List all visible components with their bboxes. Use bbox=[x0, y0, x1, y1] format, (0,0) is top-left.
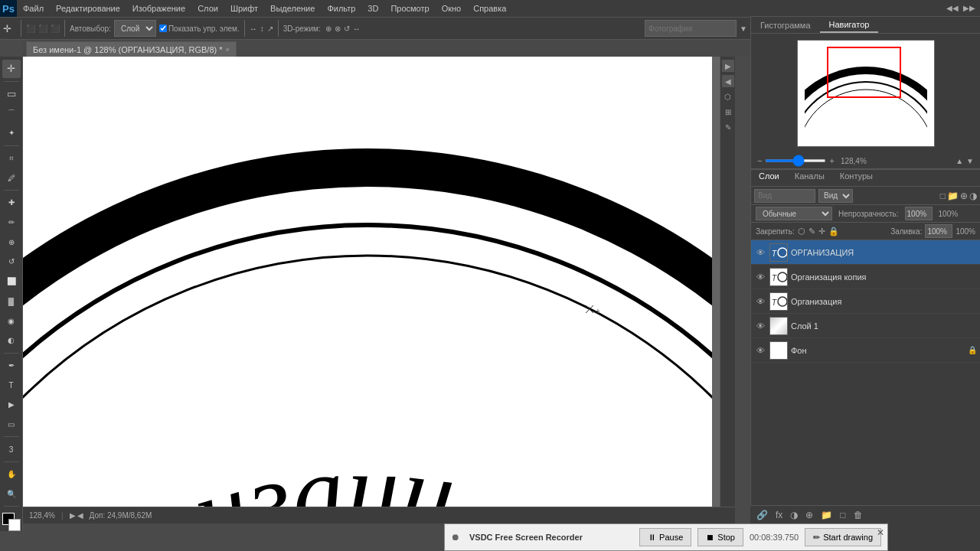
menu-view[interactable]: Просмотр bbox=[384, 2, 435, 15]
tool-brush[interactable]: ✏ bbox=[2, 214, 21, 232]
3d-mode-icon4[interactable]: ↔ bbox=[353, 24, 361, 33]
3d-mode-icon3[interactable]: ↺ bbox=[344, 24, 350, 33]
tool-history-brush[interactable]: ↺ bbox=[2, 253, 21, 271]
zoom-out-button[interactable]: − bbox=[757, 156, 762, 165]
layers-new-icon[interactable]: □ bbox=[940, 191, 946, 201]
transform-icon1[interactable]: ↔ bbox=[250, 24, 257, 33]
align-right-icon[interactable]: ⬛ bbox=[51, 24, 60, 33]
layer-row-organizaciya[interactable]: 👁 T ОРГАНИЗАЦИЯ bbox=[751, 240, 980, 265]
right-panel-collapse-right[interactable]: ▶▶ bbox=[962, 2, 977, 14]
canvas-action-btn1[interactable]: ◀ bbox=[722, 75, 734, 87]
tool-heal[interactable]: ✚ bbox=[2, 194, 21, 212]
tool-pen[interactable]: ✒ bbox=[2, 357, 21, 375]
menu-help[interactable]: Справка bbox=[467, 2, 512, 15]
menu-select[interactable]: Выделение bbox=[264, 2, 321, 15]
search-input[interactable] bbox=[645, 20, 737, 37]
opacity-input[interactable] bbox=[905, 207, 933, 220]
tool-path-select[interactable]: ▶ bbox=[2, 396, 21, 414]
link-layers-btn[interactable]: 🔗 bbox=[753, 508, 771, 522]
blend-mode-select[interactable]: Обычные bbox=[756, 207, 832, 220]
align-left-icon[interactable]: ⬛ bbox=[26, 24, 35, 33]
tab-close-button[interactable]: × bbox=[226, 46, 230, 54]
show-transform-checkbox[interactable] bbox=[159, 24, 167, 32]
zoom-in-button[interactable]: + bbox=[829, 156, 834, 165]
menu-layers[interactable]: Слои bbox=[191, 2, 224, 15]
delete-layer-btn[interactable]: 🗑 bbox=[851, 508, 866, 522]
layer-eye-2[interactable]: 👁 bbox=[754, 295, 766, 308]
lock-all-icon[interactable]: 🔒 bbox=[828, 227, 839, 236]
layers-folder-icon[interactable]: 📁 bbox=[947, 191, 959, 201]
lock-position-icon[interactable]: ✛ bbox=[818, 227, 825, 236]
recorder-close-button[interactable]: ✕ bbox=[877, 527, 884, 538]
play-button[interactable]: ▶ bbox=[70, 511, 76, 520]
tool-eyedropper[interactable]: 🖉 bbox=[2, 168, 21, 187]
prev-frame-button[interactable]: ◀ bbox=[77, 511, 83, 520]
menu-image[interactable]: Изображение bbox=[126, 2, 191, 15]
paths-tab[interactable]: Контуры bbox=[832, 170, 880, 186]
layer-eye-1[interactable]: 👁 bbox=[754, 271, 766, 283]
tool-crop[interactable]: ⌗ bbox=[2, 149, 21, 168]
tool-3d[interactable]: 3 bbox=[2, 440, 21, 458]
canvas-action-btn4[interactable]: ✎ bbox=[722, 121, 734, 133]
tool-clone[interactable]: ⊕ bbox=[2, 233, 21, 251]
tool-move[interactable]: ✛ bbox=[2, 60, 21, 78]
folder-btn[interactable]: 📁 bbox=[818, 508, 835, 522]
canvas-collapse-btn[interactable]: ▶ bbox=[722, 60, 734, 72]
tool-dodge[interactable]: ◐ bbox=[2, 331, 21, 350]
layers-search-input[interactable] bbox=[754, 189, 815, 203]
canvas-action-btn2[interactable]: ⬡ bbox=[722, 90, 734, 103]
menu-window[interactable]: Окно bbox=[436, 2, 468, 15]
layers-filter-select[interactable]: Вид bbox=[818, 189, 853, 203]
pause-button[interactable]: ⏸ Pause bbox=[639, 528, 691, 546]
align-center-icon[interactable]: ⬛ bbox=[38, 24, 47, 33]
navigator-tab[interactable]: Навигатор bbox=[820, 17, 879, 33]
tool-eraser[interactable]: ⬜ bbox=[2, 272, 21, 291]
zoom-fit-icon[interactable]: ▲ bbox=[956, 157, 963, 165]
start-drawing-button[interactable]: ✏ Start drawing bbox=[805, 528, 881, 546]
lock-paint-icon[interactable]: ✎ bbox=[808, 227, 815, 236]
3d-mode-icon2[interactable]: ⊗ bbox=[335, 24, 341, 33]
lock-transparent-icon[interactable]: ⬡ bbox=[798, 227, 805, 236]
stop-button[interactable]: ⏹ Stop bbox=[697, 528, 743, 546]
menu-filter[interactable]: Фильтр bbox=[321, 2, 361, 15]
tool-shape[interactable]: ▭ bbox=[2, 416, 21, 434]
tool-blur[interactable]: ◉ bbox=[2, 311, 21, 330]
layers-mask-icon[interactable]: ◑ bbox=[969, 191, 977, 201]
transform-icon2[interactable]: ↕ bbox=[260, 24, 264, 33]
search-arrow-icon[interactable]: ▼ bbox=[740, 24, 747, 33]
canvas-action-btn3[interactable]: ⊞ bbox=[722, 106, 734, 118]
tool-lasso[interactable]: ⌒ bbox=[2, 104, 21, 122]
new-layer-btn[interactable]: □ bbox=[837, 508, 848, 522]
transform-icon3[interactable]: ↗ bbox=[267, 24, 273, 33]
document-tab[interactable]: Без имени-1 @ 128% (ОРГАНИЗАЦИЯ, RGB/8) … bbox=[26, 41, 237, 57]
zoom-expand-icon[interactable]: ▼ bbox=[966, 157, 974, 165]
layers-tab[interactable]: Слои bbox=[751, 170, 787, 186]
menu-edit[interactable]: Редактирование bbox=[50, 2, 126, 15]
histogram-tab[interactable]: Гистограмма bbox=[751, 17, 820, 33]
layer-row-organizaciya-copy[interactable]: 👁 T Организация копия bbox=[751, 265, 980, 289]
menu-font[interactable]: Шрифт bbox=[224, 2, 264, 15]
tool-zoom[interactable]: 🔍 bbox=[2, 485, 21, 504]
layer-eye-3[interactable]: 👁 bbox=[754, 320, 766, 332]
layer-eye-4[interactable]: 👁 bbox=[754, 344, 766, 357]
menu-file[interactable]: Файл bbox=[17, 2, 50, 15]
tool-gradient[interactable]: ▓ bbox=[2, 292, 21, 311]
3d-mode-icon1[interactable]: ⊕ bbox=[325, 24, 332, 33]
mask-btn[interactable]: ◑ bbox=[787, 508, 801, 522]
fx-btn[interactable]: fx bbox=[773, 508, 786, 522]
channels-tab[interactable]: Каналы bbox=[787, 170, 832, 186]
layers-adjustment-icon[interactable]: ⊕ bbox=[960, 191, 968, 201]
tool-magic-wand[interactable]: ✦ bbox=[2, 124, 21, 142]
adjustment-btn[interactable]: ⊕ bbox=[802, 508, 816, 522]
layer-type-select[interactable]: Слой bbox=[114, 20, 156, 37]
zoom-slider[interactable] bbox=[765, 159, 826, 162]
menu-3d[interactable]: 3D bbox=[361, 2, 384, 15]
right-panel-collapse-left[interactable]: ◀◀ bbox=[945, 2, 960, 14]
layer-row-background[interactable]: 👁 Фон 🔒 bbox=[751, 338, 980, 363]
color-swatches[interactable] bbox=[2, 513, 21, 531]
tool-hand[interactable]: ✋ bbox=[2, 465, 21, 484]
tool-text[interactable]: T bbox=[2, 376, 21, 394]
fill-input[interactable] bbox=[925, 224, 952, 238]
tool-marquee[interactable]: ▭ bbox=[2, 85, 21, 103]
layer-eye-0[interactable]: 👁 bbox=[754, 246, 766, 259]
